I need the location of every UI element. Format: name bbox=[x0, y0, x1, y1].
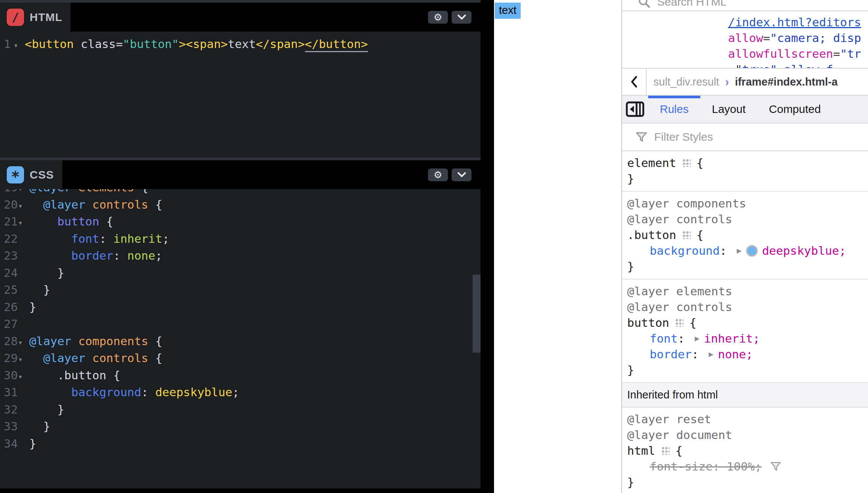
colon: : bbox=[692, 346, 706, 362]
declaration[interactable]: background: ▶deepskyblue; bbox=[627, 243, 868, 259]
rule-selector[interactable]: html bbox=[627, 443, 655, 458]
code-line[interactable]: 26} bbox=[0, 299, 481, 316]
fold-arrow-icon[interactable]: ▾ bbox=[18, 215, 29, 232]
rule-selector[interactable]: .button bbox=[627, 227, 676, 243]
code-line[interactable]: 25 } bbox=[0, 281, 481, 299]
tab-computed[interactable]: Computed bbox=[757, 96, 832, 123]
markup-line[interactable]: /index.html?editors bbox=[728, 14, 868, 30]
declaration[interactable]: font-size: 100%; bbox=[627, 458, 868, 474]
code-line[interactable]: 24 } bbox=[0, 265, 481, 282]
sidebar-toggle-button[interactable] bbox=[622, 96, 648, 123]
open-brace: { bbox=[697, 227, 704, 243]
css-tab-label: CSS bbox=[30, 168, 54, 181]
css-rule[interactable]: @layer elements@layer controlsbutton{fon… bbox=[622, 280, 868, 383]
code-line[interactable]: 1▾<button class="button"><span>text</spa… bbox=[0, 36, 481, 53]
code-line[interactable]: 34} bbox=[0, 435, 481, 452]
html-settings-button[interactable]: ⚙ bbox=[428, 11, 448, 24]
css-rule[interactable]: @layer reset@layer documenthtml{font-siz… bbox=[622, 407, 868, 493]
fold-arrow-icon[interactable]: ▾ bbox=[18, 334, 29, 352]
markup-token: "camera; disp bbox=[770, 31, 861, 45]
selector-highlighter-icon[interactable] bbox=[682, 159, 691, 167]
search-placeholder: Search HTML bbox=[657, 0, 727, 8]
markup-view[interactable]: /index.html?editorsallow="camera; dispal… bbox=[622, 11, 868, 69]
code-line[interactable]: 28▾@layer components { bbox=[0, 333, 481, 350]
fold-arrow-icon[interactable]: ▾ bbox=[18, 198, 29, 215]
code-line[interactable]: 21▾ button { bbox=[0, 213, 481, 230]
property-name[interactable]: background bbox=[650, 243, 720, 259]
code-line[interactable]: 30▾ .button { bbox=[0, 367, 481, 384]
selector-highlighter-icon[interactable] bbox=[661, 446, 670, 455]
code-line[interactable]: 32 } bbox=[0, 401, 481, 418]
rule-selector[interactable]: button bbox=[627, 315, 669, 331]
property-name[interactable]: border bbox=[650, 346, 692, 362]
tab-css-editor[interactable]: * CSS bbox=[0, 160, 62, 189]
token: @layer bbox=[29, 198, 85, 211]
devtools-search-row[interactable]: Search HTML bbox=[622, 0, 868, 11]
code-line[interactable]: 29▾ @layer controls { bbox=[0, 350, 481, 367]
token: background bbox=[29, 385, 141, 399]
expand-arrow-icon[interactable]: ▶ bbox=[709, 346, 713, 362]
css-collapse-button[interactable] bbox=[452, 168, 472, 181]
code-line[interactable]: 33 } bbox=[0, 418, 481, 435]
html-code-area[interactable]: 1▾<button class="button"><span>text</spa… bbox=[0, 36, 481, 53]
selector-line[interactable]: .button{ bbox=[627, 227, 868, 243]
preview-text-button[interactable]: text bbox=[495, 3, 521, 19]
line-number: 23 bbox=[0, 247, 18, 265]
panel-divider[interactable] bbox=[0, 0, 481, 3]
token: "button" bbox=[123, 37, 179, 51]
markup-line[interactable]: allow="camera; disp bbox=[728, 30, 868, 46]
declaration[interactable]: border: ▶none; bbox=[627, 346, 868, 362]
html-collapse-button[interactable] bbox=[452, 11, 472, 24]
expand-arrow-icon[interactable]: ▶ bbox=[695, 331, 700, 346]
css-editor-scrollbar[interactable] bbox=[473, 275, 481, 353]
property-name[interactable]: font bbox=[650, 331, 678, 346]
token: @layer bbox=[29, 334, 71, 348]
property-value[interactable]: none; bbox=[718, 346, 753, 362]
open-brace: { bbox=[689, 315, 697, 331]
markup-line[interactable]: ="true" allow-f bbox=[728, 62, 868, 69]
fold-arrow-icon[interactable]: ▾ bbox=[14, 37, 25, 54]
breadcrumb-back-button[interactable] bbox=[622, 69, 647, 95]
markup-token: =" bbox=[728, 63, 742, 69]
expand-arrow-icon[interactable]: ▶ bbox=[737, 243, 742, 259]
declaration[interactable]: font: ▶inherit; bbox=[627, 331, 868, 346]
code-line[interactable]: 27 bbox=[0, 316, 481, 333]
rule-selector[interactable]: element bbox=[627, 155, 676, 171]
overridden-filter-icon[interactable] bbox=[770, 461, 781, 472]
fold-arrow-icon[interactable]: ▾ bbox=[18, 368, 29, 386]
property-value[interactable]: inherit; bbox=[704, 331, 760, 346]
css-rule[interactable]: element{} bbox=[622, 151, 868, 192]
breadcrumb-separator-icon: › bbox=[725, 75, 729, 89]
css-settings-button[interactable]: ⚙ bbox=[428, 168, 448, 181]
selector-highlighter-icon[interactable] bbox=[675, 319, 683, 327]
selector-line[interactable]: html{ bbox=[627, 443, 868, 458]
code-line[interactable]: 22 font: inherit; bbox=[0, 230, 481, 248]
code-line[interactable]: 23 border: none; bbox=[0, 247, 481, 265]
token: inherit bbox=[113, 232, 162, 245]
tab-layout[interactable]: Layout bbox=[700, 96, 757, 123]
tab-rules[interactable]: Rules bbox=[648, 96, 700, 123]
token: border bbox=[29, 249, 113, 262]
selector-line[interactable]: element{ bbox=[627, 155, 868, 171]
panel-divider[interactable] bbox=[0, 158, 481, 160]
code-text: } bbox=[29, 299, 36, 316]
selector-line[interactable]: button{ bbox=[627, 315, 868, 331]
code-line[interactable]: 31 background: deepskyblue; bbox=[0, 384, 481, 401]
color-swatch[interactable] bbox=[746, 245, 758, 257]
css-rule[interactable]: @layer components@layer controls.button{… bbox=[622, 192, 868, 280]
css-code-area[interactable]: 19▾@layer elements {20▾ @layer controls … bbox=[0, 179, 481, 452]
breadcrumb-item[interactable]: iframe#index.html-a bbox=[735, 76, 838, 88]
filter-styles-input[interactable]: Filter Styles bbox=[622, 123, 868, 151]
selector-highlighter-icon[interactable] bbox=[682, 231, 691, 239]
search-icon bbox=[638, 0, 650, 8]
chevron-down-icon bbox=[458, 172, 466, 177]
markup-line[interactable]: allowfullscreen="tr bbox=[728, 46, 868, 62]
property-value[interactable]: deepskyblue; bbox=[762, 243, 846, 259]
token: } bbox=[29, 266, 64, 280]
token: <button bbox=[25, 37, 74, 51]
breadcrumb-item[interactable]: sult_div.result bbox=[653, 76, 719, 88]
fold-arrow-icon[interactable]: ▾ bbox=[18, 351, 29, 368]
code-line[interactable]: 20▾ @layer controls { bbox=[0, 196, 481, 213]
tab-html-editor[interactable]: / HTML bbox=[0, 3, 71, 32]
search-box[interactable]: Search HTML bbox=[638, 0, 727, 8]
